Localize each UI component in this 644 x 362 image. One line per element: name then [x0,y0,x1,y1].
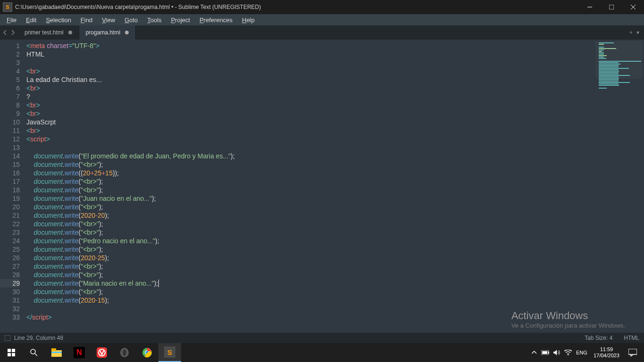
sublime-icon[interactable]: S [158,343,181,362]
line-number[interactable]: 32 [0,304,20,313]
code-line[interactable]: </script> [26,313,592,321]
start-button[interactable] [0,343,23,362]
code-line[interactable]: document.write("Juan nacio en el ano..."… [26,194,592,203]
line-number[interactable]: 31 [0,296,20,304]
tray-chevron-icon[interactable] [528,343,540,362]
code-line[interactable]: <br> [26,101,592,109]
line-number[interactable]: 26 [0,254,20,262]
menu-preferences[interactable]: Preferences [195,16,237,25]
code-line[interactable]: document.write((20+25+15)); [26,169,592,177]
line-number[interactable]: 11 [0,126,20,135]
code-line[interactable]: <br> [26,84,592,92]
code-line[interactable] [26,304,592,313]
menu-find[interactable]: Find [76,16,97,25]
tab-nav[interactable] [0,25,18,40]
line-number[interactable]: 16 [0,169,20,177]
status-tabsize[interactable]: Tab Size: 4 [585,335,612,341]
line-number[interactable]: 24 [0,237,20,245]
chrome-icon[interactable] [136,343,158,362]
code-line[interactable]: ? [26,92,592,101]
code-line[interactable]: document.write("<br>"); [26,228,592,237]
code-line[interactable]: HTML [26,50,592,58]
minimap[interactable] [592,40,644,344]
line-number[interactable]: 5 [0,75,20,84]
tab-progama-html[interactable]: progama.html [79,25,136,40]
code-line[interactable]: JavaScrpt [26,118,592,126]
code-line[interactable]: document.write("<br>"); [26,203,592,211]
code-line[interactable]: document.write("El promedio de edad de J… [26,152,592,160]
code-line[interactable]: document.write("<br>"); [26,288,592,296]
code-line[interactable]: document.write("Maria nacio en el ano...… [26,279,592,288]
line-number[interactable]: 2 [0,50,20,58]
netflix-icon[interactable]: N [68,343,91,362]
code-line[interactable]: document.write("<br>"); [26,262,592,271]
menu-edit[interactable]: Edit [21,16,41,25]
minimize-button[interactable] [579,0,601,14]
line-number[interactable]: 17 [0,177,20,186]
code-area[interactable]: <meta charset="UTF-8">HTML<br>La edad de… [25,40,592,344]
menu-view[interactable]: View [97,16,120,25]
menu-tools[interactable]: Tools [142,16,166,25]
code-line[interactable]: document.write(2020-25); [26,254,592,262]
line-number[interactable]: 22 [0,220,20,228]
menu-selection[interactable]: Selection [41,16,75,25]
opera-icon[interactable] [113,343,136,362]
code-line[interactable] [26,143,592,152]
line-number[interactable]: 29 [0,279,20,288]
tab-dropdown-icon[interactable]: ▾ [636,29,639,36]
search-button[interactable] [23,343,45,362]
notifications-button[interactable] [623,349,642,356]
new-tab-button[interactable]: + [629,29,633,36]
code-line[interactable]: <br> [26,126,592,135]
wifi-icon[interactable] [562,343,574,362]
code-line[interactable]: <br> [26,109,592,118]
status-panel-icon[interactable] [5,335,10,341]
line-number[interactable]: 21 [0,211,20,220]
line-number[interactable]: 14 [0,152,20,160]
line-number[interactable]: 19 [0,194,20,203]
line-number[interactable]: 13 [0,143,20,152]
code-line[interactable]: document.write("<br>"); [26,177,592,186]
line-number[interactable]: 15 [0,160,20,169]
code-line[interactable]: <br> [26,67,592,75]
code-line[interactable]: document.write("<br>"); [26,220,592,228]
volume-icon[interactable] [551,343,562,362]
code-line[interactable]: document.write("<br>"); [26,160,592,169]
menu-goto[interactable]: Goto [120,16,142,25]
code-line[interactable]: <script> [26,135,592,143]
code-line[interactable]: document.write("Pedro nacio en el ano...… [26,237,592,245]
code-line[interactable]: document.write(2020-20); [26,211,592,220]
line-number[interactable]: 10 [0,118,20,126]
tab-primer-test-html[interactable]: primer test.html [18,25,79,40]
code-line[interactable]: <meta charset="UTF-8"> [26,41,592,50]
menu-help[interactable]: Help [237,16,259,25]
tab-next-icon[interactable] [10,30,15,35]
status-syntax[interactable]: HTML [624,335,639,341]
line-number[interactable]: 20 [0,203,20,211]
menu-project[interactable]: Project [166,16,195,25]
line-number[interactable]: 3 [0,58,20,67]
line-number[interactable]: 30 [0,288,20,296]
clock[interactable]: 11:59 17/04/2023 [590,346,623,359]
battery-icon[interactable] [540,343,551,362]
code-line[interactable]: document.write("<br>"); [26,245,592,254]
line-number[interactable]: 6 [0,84,20,92]
vivaldi-icon[interactable] [91,343,113,362]
line-number[interactable]: 27 [0,262,20,271]
code-line[interactable]: document.write(2020-15); [26,296,592,304]
line-number[interactable]: 9 [0,109,20,118]
language-indicator[interactable]: ENG [574,343,590,362]
maximize-button[interactable] [601,0,622,14]
line-number[interactable]: 18 [0,186,20,194]
close-button[interactable] [622,0,644,14]
line-number[interactable]: 33 [0,313,20,321]
line-number[interactable]: 12 [0,135,20,143]
menu-file[interactable]: File [2,16,21,25]
line-number[interactable]: 23 [0,228,20,237]
code-line[interactable] [26,58,592,67]
line-number[interactable]: 8 [0,101,20,109]
code-line[interactable]: La edad de Christian es... [26,75,592,84]
code-line[interactable]: document.write("<br>"); [26,271,592,279]
line-number[interactable]: 7 [0,92,20,101]
explorer-icon[interactable] [45,343,68,362]
